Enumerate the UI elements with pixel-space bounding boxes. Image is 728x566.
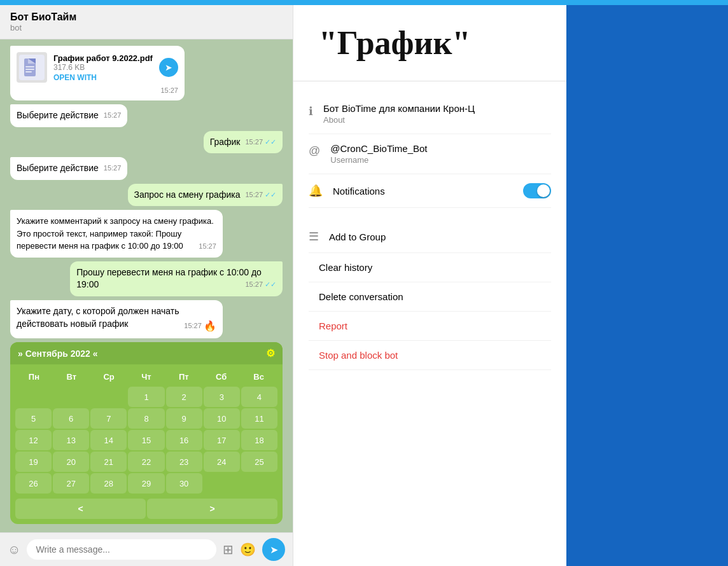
- bubble-text: Прошу перевести меня на график с 10:00 д…: [76, 267, 262, 290]
- cal-day-6[interactable]: 6: [53, 408, 89, 429]
- cal-day-23[interactable]: 23: [166, 452, 202, 472]
- stop-and-block-button[interactable]: Stop and block bot: [309, 341, 551, 370]
- cal-day-3[interactable]: 3: [204, 387, 240, 407]
- bubble-time: 15:27 ✓✓: [245, 190, 276, 200]
- file-time: 15:27: [160, 86, 178, 94]
- cal-day-16[interactable]: 16: [166, 430, 202, 450]
- bubble-time: 15:27 ✓✓: [245, 137, 276, 147]
- delete-conversation-button[interactable]: Delete conversation: [309, 282, 551, 312]
- bot-details-section: ℹ Бот BioTime для компании Крон-Ц About …: [293, 81, 566, 221]
- cal-day-24[interactable]: 24: [204, 452, 240, 472]
- cal-day-27[interactable]: 27: [53, 473, 89, 494]
- notifications-toggle[interactable]: [523, 183, 551, 198]
- bot-about-content: Бот BioTime для компании Крон-Ц About: [323, 103, 551, 125]
- cal-day-25[interactable]: 25: [241, 452, 277, 472]
- weekday-fri: Пт: [165, 369, 202, 384]
- weekday-tue: Вт: [53, 369, 90, 384]
- clear-history-label: Clear history: [319, 262, 372, 273]
- cal-day-28[interactable]: 28: [90, 473, 127, 494]
- chat-title: Бот БиоТайм: [10, 11, 283, 23]
- check-marks: ✓✓: [265, 190, 276, 200]
- time-value: 15:27: [245, 280, 263, 289]
- stop-block-label: Stop and block bot: [319, 350, 398, 361]
- cal-day-8[interactable]: 8: [128, 408, 164, 429]
- cal-day-empty: [241, 473, 277, 494]
- bubble-text: Запрос на смену графика: [134, 190, 241, 200]
- check-marks: ✓✓: [265, 137, 276, 147]
- file-info: График работ 9.2022.pdf 317.6 KB OPEN WI…: [53, 53, 153, 82]
- cal-day-20[interactable]: 20: [53, 452, 89, 472]
- time-value: 15:27: [199, 241, 216, 252]
- chat-input-bar: ☺ ⊞ 🙂 ➤: [0, 532, 293, 566]
- info-icon: ℹ: [309, 104, 313, 118]
- message-row-file: График работ 9.2022.pdf 317.6 KB OPEN WI…: [10, 46, 283, 100]
- cal-day-12[interactable]: 12: [15, 430, 52, 450]
- cal-day-15[interactable]: 15: [128, 430, 164, 450]
- top-bar: [0, 0, 728, 5]
- calendar-prev-button[interactable]: <: [15, 499, 146, 519]
- time-value: 15:27: [104, 163, 122, 173]
- bot-about-row: ℹ Бот BioTime для компании Крон-Ц About: [309, 94, 551, 134]
- bubble-incoming-3: Укажите комментарий к запросу на смену г…: [10, 210, 223, 258]
- cal-day-17[interactable]: 17: [204, 430, 240, 450]
- cal-day-9[interactable]: 9: [166, 408, 202, 429]
- weekday-thu: Чт: [128, 369, 165, 384]
- cal-day-14[interactable]: 14: [90, 430, 127, 450]
- emoji-icon[interactable]: ☺: [8, 542, 20, 557]
- message-input[interactable]: [27, 539, 216, 560]
- bot-header-card: "График": [293, 5, 566, 81]
- message-row-5: Укажите комментарий к запросу на смену г…: [10, 210, 283, 258]
- calendar-settings-icon[interactable]: ⚙: [266, 347, 275, 359]
- cal-day-26[interactable]: 26: [15, 473, 52, 494]
- file-open-with[interactable]: OPEN WITH: [53, 73, 153, 82]
- chat-subtitle: bot: [10, 23, 283, 32]
- time-value: 15:27: [245, 137, 263, 147]
- attach-emoji-icon[interactable]: 🙂: [240, 542, 256, 557]
- chat-header: Бот БиоТайм bot: [0, 5, 293, 39]
- time-value: 15:27: [104, 111, 122, 120]
- cal-day-2[interactable]: 2: [166, 387, 202, 407]
- calendar-nav: < >: [10, 499, 283, 524]
- cal-day-4[interactable]: 4: [241, 387, 277, 407]
- calendar-next-button[interactable]: >: [147, 499, 277, 519]
- cal-day-10[interactable]: 10: [204, 408, 240, 429]
- bubble-time: 15:27: [199, 241, 216, 252]
- cal-day-1[interactable]: 1: [128, 387, 164, 407]
- check-marks: ✓✓: [265, 280, 276, 289]
- weekday-sun: Вс: [240, 369, 277, 384]
- send-icon: ➤: [270, 544, 278, 556]
- forward-icon: ➤: [165, 62, 172, 72]
- report-button[interactable]: Report: [309, 312, 551, 341]
- calendar-widget: » Сентябрь 2022 « ⚙ Пн Вт Ср Чт Пт Сб Вс: [10, 342, 283, 524]
- cal-day-18[interactable]: 18: [241, 430, 277, 450]
- cal-day-29[interactable]: 29: [128, 473, 164, 494]
- weekday-wed: Ср: [90, 369, 128, 384]
- right-decorative-panel: [566, 5, 728, 566]
- chat-header-info: Бот БиоТайм bot: [10, 11, 283, 32]
- cal-day-7[interactable]: 7: [90, 408, 127, 429]
- delete-conversation-label: Delete conversation: [319, 291, 403, 302]
- clear-history-button[interactable]: Clear history: [309, 253, 551, 282]
- message-row-7: Укажите дату, с которой должен начать де…: [10, 300, 283, 338]
- file-thumbnail: [17, 52, 47, 83]
- forward-button[interactable]: ➤: [159, 58, 178, 77]
- cal-day-19[interactable]: 19: [15, 452, 52, 472]
- cal-day-13[interactable]: 13: [53, 430, 89, 450]
- cal-day-30[interactable]: 30: [166, 473, 202, 494]
- cal-day-11[interactable]: 11: [241, 408, 277, 429]
- calendar-grid: Пн Вт Ср Чт Пт Сб Вс 1 2 3: [10, 364, 283, 499]
- report-label: Report: [319, 321, 347, 331]
- cal-day-22[interactable]: 22: [128, 452, 164, 472]
- bubble-time: 15:27 ✓✓: [245, 280, 276, 289]
- calendar-header: » Сентябрь 2022 « ⚙: [10, 342, 283, 364]
- cal-day-21[interactable]: 21: [90, 452, 127, 472]
- sticker-icon[interactable]: ⊞: [223, 542, 234, 557]
- bubble-text: График: [210, 137, 241, 147]
- send-button[interactable]: ➤: [262, 538, 285, 561]
- add-to-group-button[interactable]: ☰ Add to Group: [309, 221, 551, 253]
- notifications-label: Notifications: [333, 186, 513, 197]
- message-row-6: Прошу перевести меня на график с 10:00 д…: [10, 261, 283, 296]
- time-value: 15:27: [184, 321, 202, 331]
- bubble-outgoing-3: Прошу перевести меня на график с 10:00 д…: [70, 261, 283, 296]
- cal-day-5[interactable]: 5: [15, 408, 52, 429]
